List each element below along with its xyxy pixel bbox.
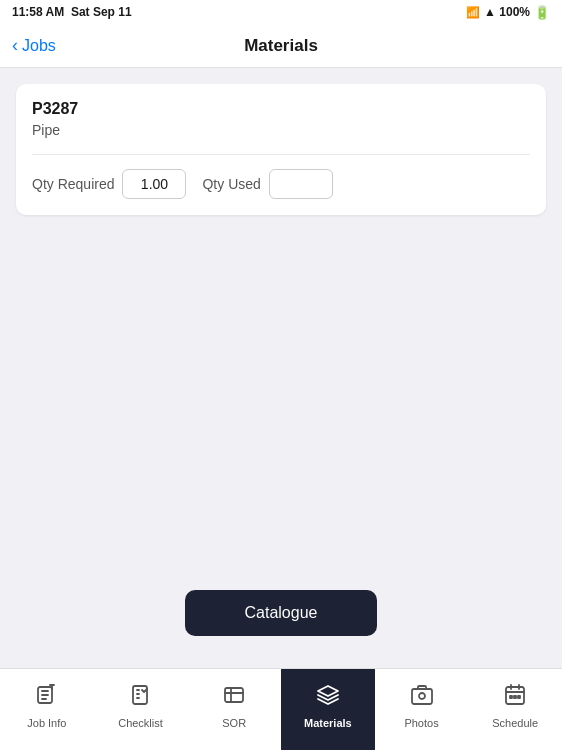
battery-percentage: ▲ 100% [484, 5, 530, 19]
tab-schedule-label: Schedule [492, 717, 538, 729]
main-content: P3287 Pipe Qty Required Qty Used Catalog… [0, 68, 562, 668]
schedule-icon [503, 683, 527, 713]
svg-rect-1 [133, 686, 147, 704]
tab-checklist-label: Checklist [118, 717, 163, 729]
tab-materials[interactable]: Materials [281, 669, 375, 750]
job-info-icon [35, 683, 59, 713]
tab-sor[interactable]: SOR [187, 669, 281, 750]
catalogue-button-wrapper: Catalogue [16, 566, 546, 652]
sor-icon [222, 683, 246, 713]
svg-rect-2 [225, 688, 243, 702]
material-code: P3287 [32, 100, 530, 118]
qty-required-group: Qty Required [32, 169, 186, 199]
qty-row: Qty Required Qty Used [32, 169, 530, 199]
nav-bar: ‹ Jobs Materials [0, 24, 562, 68]
nav-title: Materials [244, 36, 318, 56]
wifi-icon: 📶 [466, 6, 480, 19]
catalogue-button[interactable]: Catalogue [185, 590, 378, 636]
checklist-icon [129, 683, 153, 713]
tab-job-info-label: Job Info [27, 717, 66, 729]
photos-icon [410, 683, 434, 713]
status-icons: 📶 ▲ 100% 🔋 [466, 5, 550, 20]
qty-required-label: Qty Required [32, 176, 114, 192]
materials-icon [316, 683, 340, 713]
material-card: P3287 Pipe Qty Required Qty Used [16, 84, 546, 215]
tab-bar: Job Info Checklist SOR [0, 668, 562, 750]
tab-sor-label: SOR [222, 717, 246, 729]
tab-checklist[interactable]: Checklist [94, 669, 188, 750]
battery-icon: 🔋 [534, 5, 550, 20]
chevron-left-icon: ‹ [12, 35, 18, 56]
svg-point-6 [419, 693, 425, 699]
tab-schedule[interactable]: Schedule [468, 669, 562, 750]
nav-back-button[interactable]: ‹ Jobs [12, 35, 56, 56]
tab-job-info[interactable]: Job Info [0, 669, 94, 750]
qty-used-label: Qty Used [202, 176, 260, 192]
tab-photos-label: Photos [404, 717, 438, 729]
material-name: Pipe [32, 122, 530, 138]
qty-required-input[interactable] [122, 169, 186, 199]
status-time-date: 11:58 AM Sat Sep 11 [12, 5, 132, 19]
card-divider [32, 154, 530, 155]
qty-used-input[interactable] [269, 169, 333, 199]
svg-rect-5 [412, 689, 432, 704]
status-bar: 11:58 AM Sat Sep 11 📶 ▲ 100% 🔋 [0, 0, 562, 24]
qty-used-group: Qty Used [202, 169, 332, 199]
tab-photos[interactable]: Photos [375, 669, 469, 750]
tab-materials-label: Materials [304, 717, 352, 729]
nav-back-label[interactable]: Jobs [22, 37, 56, 55]
